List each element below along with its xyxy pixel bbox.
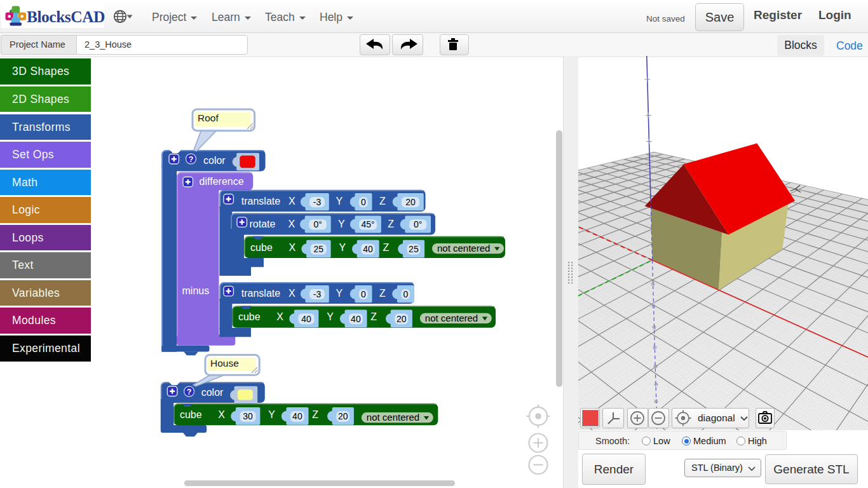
svg-text:30: 30 — [243, 411, 253, 421]
svg-text:-3: -3 — [313, 289, 322, 299]
svg-text:color: color — [201, 387, 224, 398]
svg-text:20: 20 — [397, 314, 407, 324]
svg-text:cube: cube — [180, 409, 202, 420]
svg-text:X: X — [218, 409, 225, 420]
svg-text:?: ? — [189, 155, 194, 164]
svg-text:0°: 0° — [313, 219, 322, 229]
svg-text:rotate: rotate — [250, 219, 276, 229]
svg-text:Y: Y — [268, 409, 275, 420]
svg-text:color: color — [203, 155, 226, 166]
svg-text:not centered: not centered — [425, 313, 478, 323]
svg-text:House: House — [210, 358, 239, 369]
svg-text:Y: Y — [338, 219, 345, 229]
svg-text:0: 0 — [361, 289, 366, 299]
svg-text:Z: Z — [383, 242, 390, 253]
svg-text:40: 40 — [351, 314, 361, 324]
svg-text:0°: 0° — [414, 219, 422, 229]
svg-text:0: 0 — [361, 197, 366, 207]
svg-text:?: ? — [187, 388, 192, 396]
svg-text:Z: Z — [370, 311, 377, 322]
svg-text:X: X — [289, 242, 296, 253]
svg-text:not centered: not centered — [367, 412, 419, 423]
svg-text:40: 40 — [292, 411, 302, 421]
svg-text:Roof: Roof — [198, 112, 219, 123]
svg-text:cube: cube — [250, 242, 273, 253]
svg-text:45°: 45° — [362, 219, 375, 229]
svg-text:cube: cube — [238, 311, 261, 322]
svg-text:X: X — [288, 219, 295, 229]
svg-text:Z: Z — [388, 219, 394, 229]
svg-text:0: 0 — [403, 289, 409, 299]
svg-text:25: 25 — [409, 244, 419, 254]
svg-text:X: X — [288, 288, 295, 299]
svg-text:Y: Y — [327, 311, 334, 322]
svg-text:25: 25 — [313, 244, 323, 254]
svg-text:not centered: not centered — [437, 243, 490, 254]
svg-text:Y: Y — [339, 242, 346, 253]
svg-text:Y: Y — [336, 288, 343, 299]
svg-text:Z: Z — [379, 288, 386, 299]
svg-text:Z: Z — [379, 196, 386, 207]
svg-text:20: 20 — [338, 411, 348, 421]
svg-text:minus: minus — [182, 285, 210, 296]
svg-text:translate: translate — [241, 288, 280, 299]
svg-text:40: 40 — [363, 244, 373, 254]
svg-text:difference: difference — [200, 176, 244, 187]
svg-text:20: 20 — [405, 197, 416, 207]
svg-text:Y: Y — [336, 196, 343, 207]
svg-text:X: X — [288, 196, 295, 207]
svg-text:Z: Z — [312, 409, 318, 420]
svg-text:40: 40 — [301, 314, 311, 324]
svg-text:translate: translate — [241, 196, 280, 207]
svg-text:-3: -3 — [313, 197, 322, 207]
svg-text:X: X — [276, 311, 283, 322]
